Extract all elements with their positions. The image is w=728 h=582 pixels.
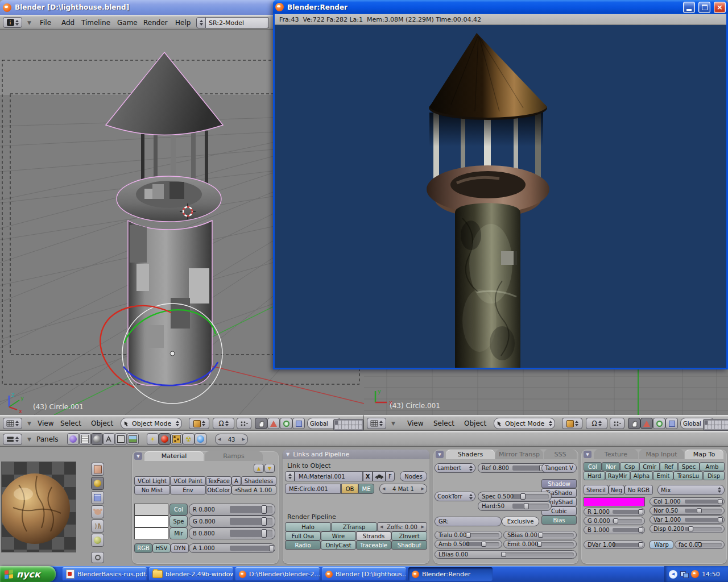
fake-user-button[interactable]: F bbox=[386, 471, 395, 481]
shadbuf-button[interactable]: Shadbuf bbox=[391, 541, 427, 550]
menu-add[interactable]: Add bbox=[61, 19, 75, 27]
manipulator-hand-button[interactable] bbox=[628, 418, 640, 429]
traceable-button[interactable]: Traceable bbox=[356, 541, 391, 550]
ob-button[interactable]: OB bbox=[341, 484, 358, 494]
color-swatch-col[interactable] bbox=[134, 504, 168, 516]
preview-sky-button[interactable] bbox=[91, 534, 104, 547]
snap-dots-button[interactable] bbox=[237, 418, 251, 429]
menu-file[interactable]: File bbox=[40, 19, 51, 27]
vcol-paint-button[interactable]: VCol Paint bbox=[170, 476, 206, 485]
col-button[interactable]: Col bbox=[169, 504, 188, 516]
sub-texture-button[interactable] bbox=[171, 433, 183, 445]
material-browse-button[interactable] bbox=[285, 471, 295, 481]
manipulator-rotate-button[interactable] bbox=[280, 418, 292, 429]
map-alpha-button[interactable]: Alpha bbox=[630, 471, 653, 480]
pivot-button[interactable]: Ω bbox=[213, 418, 234, 429]
frame-counter[interactable]: ◀ 43 ▶ bbox=[215, 434, 248, 445]
mode-dropdown[interactable]: Object Mode bbox=[494, 418, 555, 429]
task-blender-render[interactable]: Blender:Render bbox=[408, 567, 493, 581]
tab-texture[interactable]: Texture bbox=[594, 450, 638, 459]
editor-type-button[interactable] bbox=[3, 434, 22, 445]
lbias-slider[interactable]: LBias 0.00 bbox=[435, 550, 577, 559]
layers-widget[interactable] bbox=[333, 419, 363, 431]
exclusive-button[interactable]: Exclusive bbox=[502, 517, 539, 526]
slider-track[interactable] bbox=[613, 519, 642, 523]
map-spec-button[interactable]: Spec bbox=[678, 462, 700, 471]
restore-button[interactable] bbox=[698, 2, 710, 13]
map-g-slider[interactable]: G 0.000 bbox=[584, 517, 645, 525]
preview-osa-button[interactable] bbox=[91, 552, 104, 563]
frame-next-icon[interactable]: ▶ bbox=[242, 437, 245, 442]
wire-button[interactable]: Wire bbox=[321, 531, 356, 541]
task-pdf[interactable]: BlenderBasics-rus.pdf... bbox=[63, 567, 147, 581]
map-cmir-button[interactable]: Cmir bbox=[639, 462, 660, 471]
no-mist-button[interactable]: No Mist bbox=[134, 485, 170, 494]
amb-slider[interactable]: Amb 0.500 bbox=[435, 540, 502, 548]
slider-track[interactable] bbox=[466, 533, 499, 537]
slider-track[interactable] bbox=[230, 518, 273, 525]
tab-map-to[interactable]: Map To bbox=[685, 450, 723, 459]
me-button[interactable]: ME bbox=[358, 484, 374, 494]
sbias-slider[interactable]: SBias 0.00 bbox=[503, 531, 577, 539]
blend-mode-dropdown[interactable]: Mix bbox=[657, 485, 725, 495]
color-swatch-mir[interactable] bbox=[134, 527, 168, 539]
prev-icon[interactable]: ◀ bbox=[382, 487, 385, 491]
map-disp-button[interactable]: Disp bbox=[703, 471, 725, 480]
color-swatch-spe[interactable] bbox=[134, 516, 168, 527]
slider-a[interactable]: A 1.000 bbox=[189, 543, 275, 553]
slider-track[interactable] bbox=[502, 552, 574, 556]
unlink-material-button[interactable]: X bbox=[363, 471, 373, 481]
vp-menu-object[interactable]: Object bbox=[91, 419, 113, 427]
diffuse-shader-dropdown[interactable]: Lambert bbox=[435, 463, 475, 473]
manipulator-translate-button[interactable] bbox=[267, 418, 280, 429]
slider-track[interactable] bbox=[230, 530, 273, 537]
tab-mirror-transp[interactable]: Mirror Transp bbox=[495, 450, 543, 459]
zoffs-field[interactable]: ◀ Zoffs: 0.00 ▶ bbox=[377, 522, 427, 531]
vp-menu-select[interactable]: Select bbox=[60, 419, 81, 427]
viewport-3d-right[interactable]: y x (43) Circle.001 bbox=[364, 369, 728, 415]
dvar-slider[interactable]: DVar 1.00 bbox=[584, 541, 645, 549]
slider-track[interactable] bbox=[613, 510, 642, 514]
tab-ramps[interactable]: Ramps bbox=[205, 451, 263, 461]
a-button[interactable]: A bbox=[231, 476, 241, 485]
tab-shaders[interactable]: Shaders bbox=[446, 450, 495, 459]
shadeless-button[interactable]: Shadeless bbox=[241, 476, 276, 485]
ref-slider[interactable]: Ref 0.800 bbox=[478, 463, 552, 473]
slider-g[interactable]: G 0.800 bbox=[189, 516, 275, 527]
map-raymir-button[interactable]: RayMir bbox=[605, 471, 630, 480]
frame-prev-icon[interactable]: ◀ bbox=[218, 437, 221, 442]
slider-track[interactable] bbox=[685, 527, 722, 531]
task-blender-main[interactable]: Blender [D:\lighthous... bbox=[322, 567, 406, 581]
nodes-button[interactable]: Nodes bbox=[400, 471, 427, 481]
halo-button[interactable]: Halo bbox=[285, 522, 331, 531]
panel-collapse-icon[interactable]: ▼ bbox=[286, 452, 289, 457]
slider-b[interactable]: B 0.800 bbox=[189, 527, 275, 539]
mode-dropdown[interactable]: Object Mode bbox=[121, 418, 182, 429]
tab-map-input[interactable]: Map Input bbox=[639, 450, 684, 459]
preview-monkey-button[interactable] bbox=[91, 505, 104, 518]
vp-menu-object[interactable]: Object bbox=[464, 419, 486, 427]
pivot-button[interactable]: Ω bbox=[586, 418, 607, 429]
gr-field[interactable]: GR: bbox=[435, 517, 502, 526]
context-script-button[interactable] bbox=[79, 433, 91, 445]
spec-shader-dropdown[interactable]: CookTorr bbox=[435, 492, 475, 501]
editor-type-button[interactable] bbox=[367, 418, 386, 429]
tab-material[interactable]: Material bbox=[144, 451, 204, 461]
bias-button[interactable]: Bias bbox=[541, 516, 577, 525]
slider-track[interactable] bbox=[698, 543, 722, 547]
header-collapse-icon[interactable]: ▼ bbox=[27, 421, 31, 426]
panels-menu[interactable]: Panels bbox=[36, 435, 59, 443]
radio-button[interactable]: Radio bbox=[285, 541, 321, 550]
env-button[interactable]: Env bbox=[170, 485, 206, 494]
full-osa-button[interactable]: Full Osa bbox=[285, 531, 321, 541]
render-titlebar[interactable]: Blender:Render × bbox=[273, 0, 728, 14]
panel-collapse-icon[interactable]: ▼ bbox=[436, 451, 444, 458]
obcolor-button[interactable]: ObColor bbox=[206, 485, 231, 494]
vcol-light-button[interactable]: VCol Light bbox=[134, 476, 170, 485]
slider-track[interactable] bbox=[230, 546, 273, 551]
stencil-button[interactable]: Stencil bbox=[584, 485, 609, 495]
panel-collapse-icon[interactable]: ▼ bbox=[584, 451, 592, 458]
hide-icons-button[interactable]: ◀ bbox=[669, 570, 677, 579]
vp-menu-select[interactable]: Select bbox=[433, 419, 454, 427]
map-amb-button[interactable]: Amb bbox=[700, 462, 725, 471]
